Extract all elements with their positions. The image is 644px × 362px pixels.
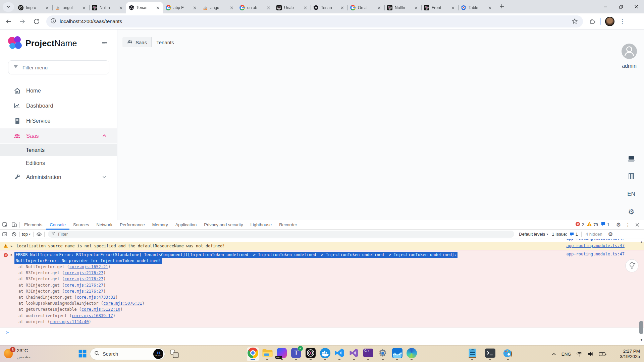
- warning-badge-icon[interactable]: [587, 222, 592, 228]
- console-sidebar-toggle-icon[interactable]: [0, 230, 9, 239]
- close-tab-icon[interactable]: [450, 5, 455, 10]
- expand-triangle-icon[interactable]: ▶: [11, 244, 12, 248]
- stack-frame-link[interactable]: core.mjs:2176:27: [64, 270, 103, 275]
- device-toolbar-icon[interactable]: [9, 220, 19, 230]
- close-tab-icon[interactable]: [192, 5, 197, 10]
- log-levels-dropdown[interactable]: Default levels: [519, 232, 545, 237]
- minimize-button[interactable]: [598, 0, 613, 13]
- devtools-tab-elements[interactable]: Elements: [20, 220, 46, 230]
- taskbar-app-edge[interactable]: [406, 347, 418, 361]
- weather-widget[interactable]: 6 23°C مشمس: [4, 347, 31, 359]
- brand-logo[interactable]: [8, 36, 22, 50]
- taskbar-app-chrome[interactable]: [247, 347, 259, 361]
- close-tab-icon[interactable]: [155, 5, 160, 10]
- browser-tab[interactable]: Table: [458, 2, 495, 13]
- taskbar-app-cmd[interactable]: C:\_: [362, 347, 374, 361]
- browser-tab[interactable]: Front: [421, 2, 458, 13]
- scrollbar-up-arrow[interactable]: ▲: [640, 240, 643, 244]
- devtools-tab-performance[interactable]: Performance: [116, 220, 148, 230]
- sidebar-item-saas[interactable]: Saas: [0, 128, 117, 143]
- devtools-tab-lighthouse[interactable]: Lighthouse: [247, 220, 276, 230]
- wifi-icon[interactable]: [576, 352, 583, 357]
- console-filter-input[interactable]: Filter: [48, 231, 514, 238]
- browser-profile-avatar[interactable]: [605, 17, 614, 26]
- devtools-tab-application[interactable]: Application: [172, 220, 201, 230]
- taskbar-search[interactable]: Search TAT WEB: [90, 348, 165, 360]
- close-tab-icon[interactable]: [44, 5, 50, 10]
- site-info-icon[interactable]: [50, 18, 56, 25]
- devtools-tab-recorder[interactable]: Recorder: [275, 220, 301, 230]
- devtools-close-icon[interactable]: [633, 220, 642, 230]
- console-error-row[interactable]: ▶ ERROR NullInjectorError: R3InjectorErr…: [0, 250, 644, 328]
- sidebar-toggle-icon[interactable]: [99, 38, 109, 48]
- sidebar-item-home[interactable]: Home: [0, 83, 117, 98]
- browser-tab[interactable]: Unab: [274, 2, 311, 13]
- devtools-menu-icon[interactable]: ⋮: [623, 220, 633, 230]
- close-tab-icon[interactable]: [339, 5, 345, 10]
- browser-tab[interactable]: NullIn: [384, 2, 421, 13]
- console-warning-row[interactable]: ▶ Localization source name is not specif…: [0, 242, 644, 250]
- browser-tab[interactable]: on ab: [237, 2, 274, 13]
- browser-tab[interactable]: Impro: [15, 2, 52, 13]
- taskbar-app-folder[interactable]: [261, 347, 273, 361]
- user-avatar[interactable]: [622, 54, 637, 60]
- close-tab-icon[interactable]: [487, 5, 492, 10]
- browser-tab[interactable]: angu: [200, 2, 237, 13]
- browser-menu-icon[interactable]: ⋮: [617, 16, 627, 26]
- close-tab-icon[interactable]: [303, 5, 308, 10]
- context-selector[interactable]: top: [22, 232, 28, 237]
- sidebar-subitem-editions[interactable]: Editions: [0, 157, 117, 170]
- start-button[interactable]: [76, 348, 89, 360]
- close-tab-icon[interactable]: [413, 5, 419, 10]
- reload-button[interactable]: [31, 16, 42, 27]
- insights-lightbulb-button[interactable]: [625, 259, 639, 273]
- omnibox[interactable]: localhost:4200/saas/tenants: [46, 15, 583, 27]
- sidebar-subitem-tenants[interactable]: Tenants: [0, 143, 117, 157]
- source-link[interactable]: app-routing.module.ts:47: [567, 239, 625, 241]
- close-tab-icon[interactable]: [81, 5, 87, 10]
- taskbar-app-waves[interactable]: [391, 347, 403, 361]
- browser-tab[interactable]: Tenan: [126, 2, 163, 13]
- language-switcher[interactable]: EN: [625, 185, 638, 203]
- inspect-element-icon[interactable]: [0, 220, 9, 230]
- devtools-settings-gear-icon[interactable]: ⚙: [614, 220, 623, 230]
- sidebar-item-administration[interactable]: Administration: [0, 170, 117, 185]
- taskbar-app-terminal[interactable]: [484, 347, 496, 361]
- close-tab-icon[interactable]: [266, 5, 271, 10]
- tab-search-button[interactable]: [3, 2, 14, 12]
- layout-columns-icon[interactable]: [625, 167, 638, 185]
- close-tab-icon[interactable]: [229, 5, 234, 10]
- input-language[interactable]: ENG: [561, 352, 571, 357]
- forward-button[interactable]: [17, 16, 28, 27]
- taskbar-app-notepad[interactable]: [466, 347, 478, 361]
- devtools-tab-memory[interactable]: Memory: [149, 220, 172, 230]
- message-badge-icon[interactable]: [601, 222, 606, 228]
- tray-clock[interactable]: 2:27 PM 3/19/2025: [612, 349, 640, 359]
- browser-tab[interactable]: NullIn: [89, 2, 126, 13]
- taskbar-app-vscode[interactable]: [333, 347, 345, 361]
- fullscreen-laptop-icon[interactable]: [625, 149, 638, 167]
- filter-menu-input[interactable]: [22, 65, 96, 70]
- devtools-tab-console[interactable]: Console: [46, 220, 69, 230]
- new-tab-button[interactable]: [497, 2, 506, 12]
- taskbar-app-visualstudio[interactable]: [348, 347, 360, 361]
- stack-frame-link[interactable]: core.mjs:16839:17: [72, 313, 113, 318]
- search-partner-logo[interactable]: TAT WEB: [153, 349, 163, 359]
- bookmark-star-icon[interactable]: [570, 17, 579, 26]
- stack-frame-link[interactable]: core.mjs:1114:40: [50, 319, 89, 324]
- scrollbar-down-arrow[interactable]: ▼: [640, 338, 643, 342]
- close-tab-icon[interactable]: [376, 5, 382, 10]
- browser-tab[interactable]: On al: [347, 2, 384, 13]
- restore-button[interactable]: [613, 0, 629, 13]
- sidebar-item-dashboard[interactable]: Dashboard: [0, 98, 117, 113]
- eye-icon[interactable]: [34, 230, 44, 239]
- source-link[interactable]: app-routing.module.ts:47: [567, 252, 625, 256]
- devtools-tab-sources[interactable]: Sources: [69, 220, 93, 230]
- volume-icon[interactable]: [588, 351, 594, 357]
- devtools-tab-network[interactable]: Network: [93, 220, 116, 230]
- battery-icon[interactable]: [599, 351, 606, 357]
- taskbar-app-spiral-app[interactable]: [305, 347, 317, 361]
- console-prompt[interactable]: >: [0, 328, 644, 337]
- sidebar-item-hrservice[interactable]: HrService: [0, 113, 117, 128]
- stack-frame-link[interactable]: core.mjs:1652:21: [69, 264, 108, 269]
